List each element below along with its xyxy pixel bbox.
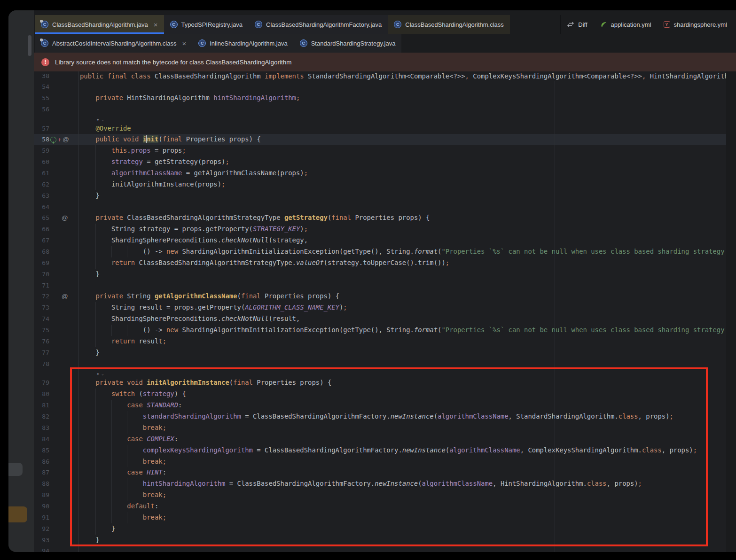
code-line[interactable]: initAlgorithmInstance(props); [79, 179, 736, 190]
line-number[interactable]: 62 [34, 179, 49, 190]
line-number[interactable]: 66 [34, 224, 49, 235]
code-line[interactable]: private void initAlgorithmInstance(final… [79, 377, 736, 389]
code-line[interactable]: this.props = props; [79, 145, 736, 156]
editor-tab[interactable]: Yshardingsphere.yml [658, 15, 733, 34]
code-line[interactable]: () -> new ShardingAlgorithmInitializatio… [79, 246, 736, 257]
line-number[interactable]: 69 [34, 257, 49, 269]
editor-tab[interactable]: CClassBasedShardingAlgorithm.class [388, 15, 510, 34]
editor-tab[interactable]: CTypedSPIRegistry.java [164, 15, 249, 34]
line-number[interactable]: 85 [34, 445, 49, 456]
code-line[interactable]: case COMPLEX: [79, 434, 736, 445]
code-line[interactable]: return result; [79, 336, 736, 347]
line-number[interactable]: 81 [34, 400, 49, 411]
code-line[interactable]: ✦⌄ [79, 115, 736, 123]
line-number[interactable]: 89 [34, 490, 49, 501]
line-number[interactable]: 71 [34, 280, 49, 291]
editor-tab[interactable]: CAbstractCosIdIntervalShardingAlgorithm.… [35, 34, 192, 53]
editor-tab[interactable]: CClassBasedShardingAlgorithm.java× [35, 15, 164, 34]
editor-tab[interactable]: application.yml [594, 15, 658, 34]
line-number[interactable]: 90 [34, 501, 49, 512]
code-line[interactable] [79, 202, 736, 213]
editor-tab[interactable]: CStandardShardingStrategy.java [294, 34, 402, 53]
line-number[interactable]: 82 [34, 411, 49, 422]
code-line[interactable]: ShardingSpherePreconditions.checkNotNull… [79, 235, 736, 246]
code-line[interactable]: break; [79, 456, 736, 467]
line-number[interactable]: 54 [34, 81, 49, 93]
code-line[interactable]: strategy = getStrategy(props); [79, 156, 736, 168]
line-number[interactable]: 76 [34, 336, 49, 347]
code-line[interactable]: } [79, 535, 736, 546]
code-line[interactable]: ✦⌄ [79, 369, 736, 377]
line-number[interactable]: 65 [34, 212, 49, 224]
code-line[interactable]: String result = props.getProperty(ALGORI… [79, 302, 736, 313]
tool-window-button[interactable] [8, 463, 23, 476]
close-tab-icon[interactable]: × [154, 21, 158, 28]
line-number[interactable]: 94 [34, 545, 49, 552]
code-line[interactable]: () -> new ShardingAlgorithmInitializatio… [79, 325, 736, 336]
tool-window-button-highlighted[interactable] [8, 506, 27, 522]
code-line[interactable]: complexKeysShardingAlgorithm = ClassBase… [79, 445, 736, 456]
line-number[interactable]: 63 [34, 190, 49, 202]
line-number[interactable]: 79 [34, 377, 49, 389]
code-line[interactable]: switch (strategy) { [79, 389, 736, 400]
code-line[interactable] [79, 104, 736, 115]
code-line[interactable]: @Override [79, 123, 736, 134]
line-number[interactable]: 70 [34, 269, 49, 280]
line-number[interactable]: 58 [34, 134, 49, 145]
code-line[interactable]: break; [79, 422, 736, 434]
implements-arrow-icon[interactable]: ↑ [58, 137, 61, 142]
ai-inlay-widget[interactable]: ✦⌄ [96, 117, 104, 122]
line-number[interactable]: 93 [34, 535, 49, 546]
annotation-gutter-icon[interactable]: @ [62, 212, 68, 224]
line-number[interactable] [34, 369, 49, 377]
code-line[interactable]: case STANDARD: [79, 400, 736, 411]
line-number[interactable]: 78 [34, 358, 49, 370]
editor-tab[interactable]: CClassBasedShardingAlgorithmFactory.java [249, 15, 388, 34]
line-number[interactable]: 59 [34, 145, 49, 156]
editor-tab[interactable]: Diff [561, 15, 593, 34]
code-line[interactable] [79, 358, 736, 370]
line-number[interactable]: 75 [34, 325, 49, 336]
code-line[interactable]: break; [79, 512, 736, 523]
line-number[interactable]: 87 [34, 467, 49, 478]
line-number[interactable]: 91 [34, 512, 49, 523]
code-line[interactable]: public void init(final Properties props)… [79, 134, 736, 145]
code-line[interactable]: hintShardingAlgorithm = ClassBasedShardi… [79, 478, 736, 490]
sticky-header-line[interactable]: 38public final class ClassBasedShardingA… [34, 71, 736, 81]
line-number[interactable]: 74 [34, 313, 49, 325]
line-number[interactable]: 60 [34, 156, 49, 168]
line-number[interactable]: 57 [34, 123, 49, 134]
code-line[interactable]: String strategy = props.getProperty(STRA… [79, 224, 736, 235]
line-number[interactable]: 73 [34, 302, 49, 313]
line-number[interactable]: 83 [34, 422, 49, 434]
code-line[interactable]: case HINT: [79, 467, 736, 478]
code-line[interactable] [79, 545, 736, 552]
line-number[interactable]: 84 [34, 434, 49, 445]
line-number[interactable]: 88 [34, 478, 49, 490]
ai-inlay-widget[interactable]: ✦⌄ [96, 371, 104, 376]
line-number[interactable]: 56 [34, 104, 49, 115]
line-number[interactable]: 68 [34, 246, 49, 257]
code-line[interactable] [79, 81, 736, 93]
line-number[interactable]: 80 [34, 389, 49, 400]
line-number[interactable] [34, 115, 49, 123]
code-line[interactable]: } [79, 269, 736, 280]
code-line[interactable]: private String getAlgorithmClassName(fin… [79, 291, 736, 302]
code-line[interactable]: standardShardingAlgorithm = ClassBasedSh… [79, 411, 736, 422]
line-number[interactable]: 77 [34, 347, 49, 358]
line-number[interactable]: 55 [34, 93, 49, 104]
annotation-gutter-icon[interactable]: @ [63, 134, 69, 145]
editor-tab[interactable]: CInlineShardingAlgorithm.java [192, 34, 293, 53]
line-number[interactable]: 64 [34, 202, 49, 213]
line-number[interactable]: 72 [34, 291, 49, 302]
code-line[interactable]: break; [79, 490, 736, 501]
code-line[interactable]: return ClassBasedShardingAlgorithmStrate… [79, 257, 736, 269]
overrides-method-icon[interactable]: ↑ [50, 137, 56, 143]
code-line[interactable]: private HintShardingAlgorithm hintShardi… [79, 93, 736, 104]
line-number[interactable]: 61 [34, 168, 49, 179]
code-line[interactable]: public final class ClassBasedShardingAlg… [79, 71, 736, 81]
code-line[interactable] [79, 280, 736, 291]
code-line[interactable]: } [79, 347, 736, 358]
tab-scrollbar[interactable] [28, 35, 31, 56]
line-number[interactable]: 92 [34, 523, 49, 535]
